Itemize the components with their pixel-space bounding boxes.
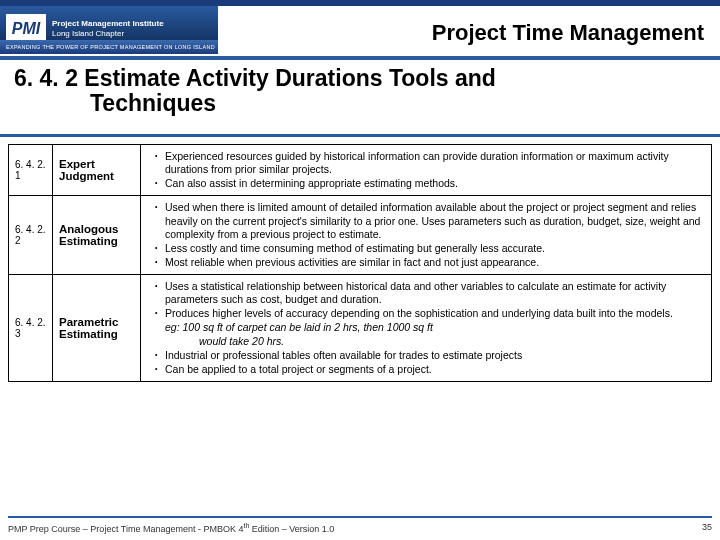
row-desc: •Experienced resources guided by histori… bbox=[141, 145, 712, 196]
row-number: 6. 4. 2. 3 bbox=[9, 275, 53, 382]
header-rule bbox=[0, 56, 720, 60]
bullet-text: Experienced resources guided by historic… bbox=[165, 150, 703, 176]
bullet-text: Most reliable when previous activities a… bbox=[165, 256, 703, 269]
bullet-text: Less costly and time consuming method of… bbox=[165, 242, 703, 255]
logo-line2: Long Island Chapter bbox=[52, 29, 164, 39]
row-desc: •Uses a statistical relationship between… bbox=[141, 275, 712, 382]
row-number: 6. 4. 2. 2 bbox=[9, 196, 53, 275]
logo-tagline: EXPANDING THE POWER OF PROJECT MANAGEMEN… bbox=[0, 40, 218, 54]
bullet-text: Produces higher levels of accuracy depen… bbox=[165, 307, 703, 320]
logo-line1: Project Management Institute bbox=[52, 19, 164, 29]
table-row: 6. 4. 2. 3 Parametric Estimating •Uses a… bbox=[9, 275, 712, 382]
table-row: 6. 4. 2. 2 Analogous Estimating •Used wh… bbox=[9, 196, 712, 275]
bullet-text: Can be applied to a total project or seg… bbox=[165, 363, 703, 376]
logo-text: Project Management Institute Long Island… bbox=[52, 19, 164, 38]
techniques-table: 6. 4. 2. 1 Expert Judgment •Experienced … bbox=[8, 144, 712, 382]
section-rule bbox=[0, 134, 720, 137]
section-number: 6. 4. 2 bbox=[14, 65, 78, 91]
row-desc: •Used when there is limited amount of de… bbox=[141, 196, 712, 275]
table-row: 6. 4. 2. 1 Expert Judgment •Experienced … bbox=[9, 145, 712, 196]
slide-footer: PMP Prep Course – Project Time Managemen… bbox=[8, 516, 712, 534]
page-number: 35 bbox=[702, 522, 712, 534]
example-line1: eg: 100 sq ft of carpet can be laid in 2… bbox=[165, 321, 703, 334]
footer-text: PMP Prep Course – Project Time Managemen… bbox=[8, 522, 334, 534]
row-name: Parametric Estimating bbox=[53, 275, 141, 382]
section-heading: 6. 4. 2 Estimate Activity Durations Tool… bbox=[14, 66, 706, 117]
page-title: Project Time Management bbox=[218, 12, 720, 46]
bullet-text: Can also assist in determining appropria… bbox=[165, 177, 703, 190]
bullet-text: Industrial or professional tables often … bbox=[165, 349, 703, 362]
section-title-line2: Techniques bbox=[90, 90, 216, 116]
bullet-text: Used when there is limited amount of det… bbox=[165, 201, 703, 240]
section-title-line1: Estimate Activity Durations Tools and bbox=[84, 65, 496, 91]
row-name: Expert Judgment bbox=[53, 145, 141, 196]
row-number: 6. 4. 2. 1 bbox=[9, 145, 53, 196]
bullet-text: Uses a statistical relationship between … bbox=[165, 280, 703, 306]
row-name: Analogous Estimating bbox=[53, 196, 141, 275]
example-line2: would take 20 hrs. bbox=[199, 335, 703, 348]
